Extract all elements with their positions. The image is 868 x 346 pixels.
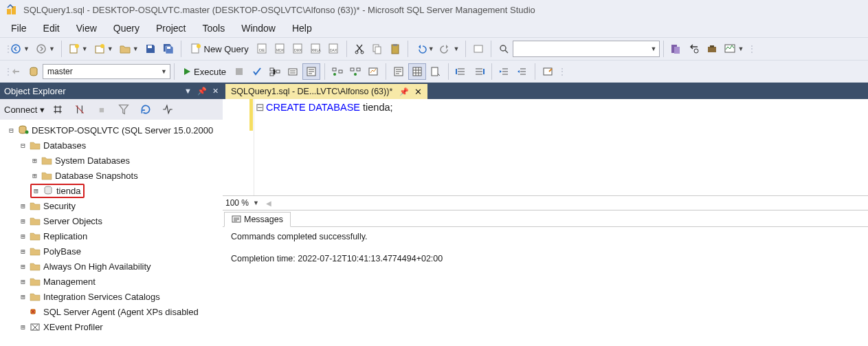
menu-query[interactable]: Query: [105, 20, 148, 36]
available-db-button[interactable]: [25, 63, 42, 80]
indent-button[interactable]: [496, 63, 513, 80]
results-to-grid-button[interactable]: [408, 63, 426, 80]
chevron-down-icon: ▼: [161, 68, 167, 75]
estimated-plan-button[interactable]: [267, 63, 283, 80]
comment-button[interactable]: [453, 63, 469, 80]
editor-tab[interactable]: SQLQuery1.sql - DE...LVTC\Alfonso (63))*…: [225, 84, 427, 99]
back-button[interactable]: ▼: [8, 41, 32, 57]
new-query-button[interactable]: New Query: [186, 41, 252, 57]
pin-icon[interactable]: 📌: [197, 87, 207, 96]
tree-xevent[interactable]: ⊞XEvent Profiler: [19, 319, 223, 334]
tree-isc[interactable]: ⊞Integration Services Catalogs: [19, 289, 223, 304]
tree-server-objects[interactable]: ⊞Server Objects: [19, 213, 223, 228]
menu-help[interactable]: Help: [284, 20, 320, 36]
stop-button[interactable]: [231, 63, 247, 80]
tab-label: SQLQuery1.sql - DE...LVTC\Alfonso (63))*: [231, 87, 392, 96]
dropdown-icon[interactable]: ▼: [184, 87, 192, 95]
specify-values-button[interactable]: [539, 63, 556, 80]
scroll-left-icon[interactable]: ◀: [266, 199, 271, 207]
connect-obj-icon[interactable]: [49, 101, 66, 118]
actual-plan-button[interactable]: [329, 63, 346, 80]
svg-rect-27: [393, 44, 397, 46]
menu-edit[interactable]: Edit: [35, 20, 68, 36]
pin-icon[interactable]: 📌: [399, 87, 409, 96]
tree-alwayson[interactable]: ⊞Always On High Availability: [19, 259, 223, 274]
redo-button[interactable]: ▼: [438, 41, 462, 57]
solution-config-button[interactable]: [470, 41, 487, 57]
dmx-query-button[interactable]: DMX: [290, 41, 307, 57]
svg-point-45: [333, 73, 336, 76]
toolbox-button[interactable]: [704, 41, 720, 57]
change-connection-button[interactable]: [8, 63, 24, 80]
uncomment-button[interactable]: [471, 63, 487, 80]
forward-button[interactable]: ▼: [33, 41, 57, 57]
tree-management[interactable]: ⊞Management: [19, 274, 223, 289]
results-to-text-button[interactable]: [390, 63, 407, 80]
object-explorer-tree[interactable]: ⊟DESKTOP-OSQLVTC (SQL Server 15.0.2000 ⊟…: [0, 120, 223, 346]
close-tab-icon[interactable]: ✕: [414, 87, 422, 97]
messages-panel[interactable]: Commands completed successfully. Complet…: [223, 227, 868, 346]
svg-point-11: [197, 44, 201, 48]
tree-replication[interactable]: ⊞Replication: [19, 228, 223, 244]
de-query-button[interactable]: DE: [254, 41, 271, 57]
filter-icon[interactable]: [115, 101, 132, 118]
close-icon[interactable]: ✕: [212, 87, 219, 96]
save-all-button[interactable]: [160, 41, 177, 57]
code-content[interactable]: ⊟CREATE DATABASE tienda;: [254, 99, 868, 195]
new-project-button[interactable]: ▼: [91, 41, 115, 57]
xmla-query-button[interactable]: XMLA: [308, 41, 324, 57]
live-stats-button[interactable]: [347, 63, 364, 80]
outdent-button[interactable]: [514, 63, 531, 80]
paste-button[interactable]: [387, 41, 403, 57]
menu-project[interactable]: Project: [148, 20, 194, 36]
svg-rect-52: [432, 67, 438, 76]
undo-button[interactable]: ▼: [412, 41, 436, 57]
stop-icon[interactable]: ■: [93, 101, 110, 118]
connect-button[interactable]: Connect ▾: [4, 105, 45, 115]
mdx-query-button[interactable]: MDX: [272, 41, 289, 57]
chevron-down-icon[interactable]: ▼: [253, 199, 259, 206]
menu-tools[interactable]: Tools: [194, 20, 233, 36]
database-combo[interactable]: master ▼: [43, 64, 170, 79]
tree-system-databases[interactable]: ⊞System Databases: [30, 153, 223, 168]
cut-button[interactable]: [351, 41, 368, 57]
new-item-button[interactable]: ▼: [66, 41, 90, 57]
registered-servers-button[interactable]: [668, 41, 685, 57]
zoom-level[interactable]: 100 %: [225, 198, 253, 208]
svg-rect-8: [148, 45, 152, 48]
tree-sql-agent[interactable]: ⊞SQL Server Agent (Agent XPs disabled: [19, 304, 223, 319]
svg-rect-28: [474, 45, 482, 52]
execute-label: Execute: [194, 67, 226, 77]
query-options-button[interactable]: [285, 63, 301, 80]
find-button[interactable]: [496, 41, 512, 57]
tree-database-snapshots[interactable]: ⊞Database Snapshots: [30, 168, 223, 183]
svg-rect-40: [276, 70, 280, 73]
refresh-icon[interactable]: [137, 101, 154, 118]
messages-tab[interactable]: Messages: [224, 212, 291, 227]
menu-file[interactable]: File: [3, 20, 35, 36]
tree-tienda-db[interactable]: ⊞tienda: [30, 183, 223, 198]
tree-polybase[interactable]: ⊞PolyBase: [19, 244, 223, 259]
intellisense-button[interactable]: [302, 63, 320, 80]
code-editor[interactable]: ⊟CREATE DATABASE tienda;: [223, 99, 868, 195]
properties-button[interactable]: [686, 41, 702, 57]
search-combo[interactable]: ▼: [513, 41, 660, 57]
copy-button[interactable]: [369, 41, 386, 57]
tree-security[interactable]: ⊞Security: [19, 198, 223, 213]
pulse-icon[interactable]: [159, 101, 176, 118]
results-to-file-button[interactable]: [427, 63, 444, 80]
open-button[interactable]: ▼: [117, 41, 141, 57]
disconnect-icon[interactable]: [71, 101, 88, 118]
menu-window[interactable]: Window: [233, 20, 284, 36]
parse-button[interactable]: [249, 63, 265, 80]
svg-rect-44: [339, 70, 342, 73]
client-stats-button[interactable]: [365, 63, 381, 80]
activity-monitor-button[interactable]: ▼: [722, 41, 746, 57]
dax-query-button[interactable]: DAX: [326, 41, 342, 57]
tree-server-node[interactable]: ⊟DESKTOP-OSQLVTC (SQL Server 15.0.2000: [7, 122, 223, 138]
save-button[interactable]: [142, 41, 159, 57]
execute-button[interactable]: Execute: [178, 63, 230, 80]
tree-databases[interactable]: ⊟Databases: [19, 138, 223, 153]
svg-rect-34: [710, 45, 714, 47]
menu-view[interactable]: View: [68, 20, 105, 36]
